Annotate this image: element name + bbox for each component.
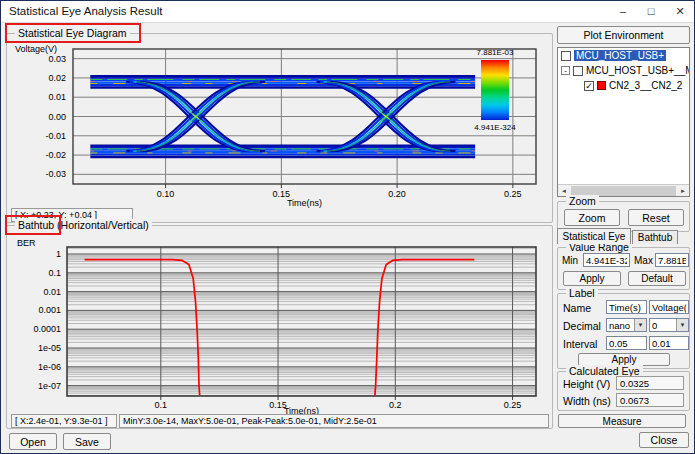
eye-width-value: 0.0673 bbox=[616, 393, 684, 407]
value-range-default-button[interactable]: Default bbox=[628, 271, 686, 286]
zoom-group-label: Zoom bbox=[566, 195, 599, 207]
checkbox-leaf-checked[interactable]: ✓ bbox=[584, 81, 594, 91]
decimal-label: Decimal bbox=[563, 320, 601, 332]
tab-statistical-eye[interactable]: Statistical Eye bbox=[557, 228, 631, 244]
svg-text:0.01: 0.01 bbox=[43, 287, 61, 297]
close-button[interactable]: Close bbox=[639, 432, 689, 448]
tree-item-root-label[interactable]: MCU_HOST_USB+ bbox=[574, 50, 666, 61]
min-label: Min bbox=[562, 255, 578, 266]
bathtub-cursor-status: [ X:2.4e-01, Y:9.3e-01 ] bbox=[11, 414, 117, 428]
eye-diagram-group-label: Statistical Eye Diagram bbox=[15, 27, 130, 39]
svg-text:0.1: 0.1 bbox=[155, 400, 168, 410]
svg-text:0.20: 0.20 bbox=[388, 189, 406, 199]
tree-item-child-label[interactable]: MCU_HOST_USB+__MCU_HO bbox=[586, 65, 690, 76]
svg-text:-0.02: -0.02 bbox=[45, 150, 66, 160]
bathtub-stats-status: MinY:3.0e-14, MaxY:5.0e-01, Peak-Peak:5.… bbox=[119, 414, 549, 428]
colorbar-min-label: 4.941E-324 bbox=[474, 123, 516, 132]
interval-label: Interval bbox=[563, 338, 597, 350]
svg-text:0.0001: 0.0001 bbox=[33, 324, 61, 334]
statistical-eye-analysis-window: Statistical Eye Analysis Result – □ ✕ St… bbox=[0, 0, 695, 454]
eye-height-label: Height (V) bbox=[563, 378, 610, 390]
svg-text:0.00: 0.00 bbox=[48, 112, 66, 122]
decimal-voltage-value: 0 bbox=[650, 320, 676, 331]
bathtub-plot[interactable]: 0.10.150.20.2510.10.010.0010.00011e-051e… bbox=[9, 234, 549, 416]
svg-text:0.01: 0.01 bbox=[48, 92, 66, 102]
svg-text:1e-05: 1e-05 bbox=[38, 343, 61, 353]
decimal-time-dropdown[interactable]: nano ▼ bbox=[606, 318, 647, 332]
trace-color-swatch bbox=[597, 81, 606, 90]
checkbox-child[interactable] bbox=[573, 66, 583, 76]
min-value-field[interactable] bbox=[583, 253, 630, 267]
reset-button[interactable]: Reset bbox=[628, 209, 684, 226]
chevron-down-icon[interactable]: ▼ bbox=[676, 319, 688, 331]
svg-text:0.2: 0.2 bbox=[389, 400, 402, 410]
name-voltage-field[interactable] bbox=[649, 300, 689, 314]
tab-bathtub[interactable]: Bathtub bbox=[632, 230, 678, 244]
svg-text:0.001: 0.001 bbox=[38, 305, 61, 315]
open-button[interactable]: Open bbox=[9, 433, 57, 450]
save-button[interactable]: Save bbox=[63, 433, 111, 450]
measure-button[interactable]: Measure bbox=[558, 414, 686, 428]
eye-width-label: Width (ns) bbox=[563, 395, 611, 407]
collapse-icon[interactable]: - bbox=[561, 66, 570, 75]
svg-text:0.25: 0.25 bbox=[504, 189, 522, 199]
eye-diagram-plot[interactable]: 0.100.150.200.250.030.020.010.00-0.01-0.… bbox=[9, 40, 549, 210]
svg-text:0.03: 0.03 bbox=[48, 54, 66, 64]
bathtub-group-label: Bathtub (Horizontal/Vertical) bbox=[15, 219, 152, 231]
tree-item-leaf-label[interactable]: CN2_3__CN2_2 bbox=[609, 80, 682, 91]
svg-text:-0.01: -0.01 bbox=[45, 131, 66, 141]
label-group-label: Label bbox=[566, 287, 598, 299]
name-time-field[interactable] bbox=[606, 300, 647, 314]
title-bar: Statistical Eye Analysis Result – □ ✕ bbox=[1, 1, 694, 23]
minimize-icon[interactable]: – bbox=[610, 1, 636, 22]
eye-height-value: 0.0325 bbox=[616, 376, 684, 390]
close-icon[interactable]: ✕ bbox=[667, 1, 693, 22]
svg-text:1: 1 bbox=[56, 249, 61, 259]
svg-text:1e-06: 1e-06 bbox=[38, 362, 61, 372]
max-value-field[interactable] bbox=[655, 253, 689, 267]
bathtub-ylabel: BER bbox=[17, 238, 36, 248]
bathtub-plot-frame bbox=[67, 247, 536, 396]
window-title: Statistical Eye Analysis Result bbox=[9, 5, 162, 17]
plot-environment-button[interactable]: Plot Environment bbox=[557, 26, 690, 44]
decimal-voltage-dropdown[interactable]: 0 ▼ bbox=[649, 318, 689, 332]
svg-text:-0.03: -0.03 bbox=[45, 169, 66, 179]
chevron-down-icon[interactable]: ▼ bbox=[634, 319, 646, 331]
zoom-button[interactable]: Zoom bbox=[564, 209, 620, 226]
name-label: Name bbox=[563, 302, 591, 314]
decimal-time-value: nano bbox=[607, 320, 634, 331]
svg-text:0.1: 0.1 bbox=[48, 268, 61, 278]
value-range-apply-button[interactable]: Apply bbox=[563, 271, 621, 286]
max-label: Max bbox=[634, 255, 653, 266]
colorbar-max-label: 7.881E-03 bbox=[477, 48, 514, 57]
plot-tree: MCU_HOST_USB+ - MCU_HOST_USB+__MCU_HO ✓ … bbox=[557, 47, 690, 197]
eye-colorbar bbox=[481, 60, 509, 120]
maximize-icon[interactable]: □ bbox=[638, 1, 664, 22]
calculated-eye-group: Calculated Eye Height (V) 0.0325 Width (… bbox=[557, 371, 690, 411]
checkbox-root[interactable] bbox=[561, 51, 571, 61]
scrollbar-thumb[interactable] bbox=[571, 186, 676, 196]
tree-item-leaf[interactable]: ✓ CN2_3__CN2_2 bbox=[558, 78, 689, 93]
label-group: Label Name Decimal nano ▼ 0 ▼ Interval A… bbox=[557, 293, 690, 369]
scroll-right-icon[interactable]: ► bbox=[677, 185, 689, 197]
bathtub-group: Bathtub (Horizontal/Vertical) 0.10.150.2… bbox=[6, 225, 553, 429]
svg-text:0.25: 0.25 bbox=[504, 400, 522, 410]
interval-voltage-field[interactable] bbox=[649, 336, 689, 350]
value-range-group: Value Range Min Max Apply Default bbox=[557, 247, 690, 290]
svg-text:0.10: 0.10 bbox=[157, 189, 175, 199]
svg-text:0.02: 0.02 bbox=[48, 73, 66, 83]
bathtub-gridlines bbox=[67, 247, 536, 396]
eye-gridlines bbox=[73, 49, 536, 184]
tree-item-child[interactable]: - MCU_HOST_USB+__MCU_HO bbox=[558, 63, 689, 78]
eye-diagram-group: Statistical Eye Diagram 0.100.150.200.25… bbox=[6, 33, 553, 223]
svg-text:1e-07: 1e-07 bbox=[38, 381, 61, 391]
eye-ylabel: Voltage(V) bbox=[15, 44, 57, 54]
tree-item-root[interactable]: MCU_HOST_USB+ bbox=[558, 48, 689, 63]
eye-xlabel: Time(ns) bbox=[287, 198, 322, 208]
interval-time-field[interactable] bbox=[606, 336, 647, 350]
